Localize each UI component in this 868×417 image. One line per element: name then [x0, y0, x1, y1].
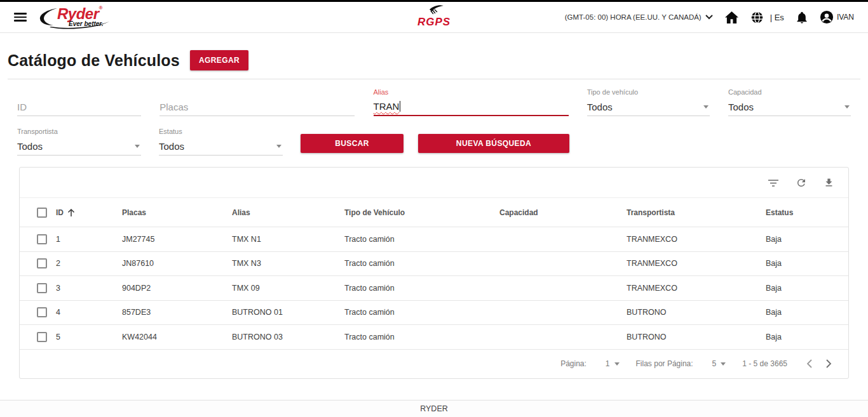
ryder-logo[interactable]: Ryder® Ever better.: [41, 5, 116, 29]
pagination-bar: Página: 1 Filas por Página: 5 1 - 5 de 3…: [20, 349, 848, 378]
table-row[interactable]: 5 KW42044 BUTRONO 03 Tracto camión BUTRO…: [20, 324, 848, 349]
footer-text: RYDER: [420, 404, 448, 413]
notifications-bell-icon[interactable]: [796, 11, 808, 24]
user-menu[interactable]: IVAN: [820, 10, 854, 24]
cell-placas: 904DP2: [122, 284, 232, 293]
cell-alias: TMX 09: [232, 284, 344, 293]
dropdown-arrow-icon: [703, 105, 709, 109]
cell-placas: JN87610: [122, 259, 232, 268]
alias-input[interactable]: TRAN: [374, 98, 569, 116]
previous-page-icon[interactable]: [803, 359, 816, 368]
home-icon[interactable]: [724, 11, 739, 24]
page-select[interactable]: 1: [606, 359, 621, 368]
transportista-select[interactable]: Todos: [17, 137, 141, 156]
column-header-alias[interactable]: Alias: [232, 208, 344, 217]
app-header: Ryder® Ever better. RGPS (GMT-05: 00) HO…: [0, 2, 868, 33]
page-title: Catálogo de Vehículos: [8, 51, 180, 70]
cell-transportista: TRANMEXCO: [627, 259, 766, 268]
cell-alias: BUTRONO 01: [232, 308, 344, 317]
rgps-logo[interactable]: RGPS: [417, 4, 451, 29]
column-header-tipo[interactable]: Tipo de Vehículo: [344, 208, 499, 217]
capacidad-label: Capacidad: [728, 88, 851, 98]
page-label: Página:: [560, 359, 587, 368]
cell-estatus: Baja: [766, 308, 848, 317]
tipo-vehiculo-select[interactable]: Todos: [587, 98, 710, 116]
table-row[interactable]: 3 904DP2 TMX 09 Tracto camión TRANMEXCO …: [20, 275, 848, 300]
cell-transportista: BUTRONO: [627, 308, 766, 317]
row-checkbox[interactable]: [37, 258, 47, 268]
alias-value: TRAN: [374, 101, 400, 112]
cell-id: 5: [56, 333, 122, 341]
refresh-icon[interactable]: [796, 177, 807, 189]
column-header-id[interactable]: ID: [56, 208, 122, 217]
page-footer: RYDER: [0, 400, 868, 417]
table-row[interactable]: 2 JN87610 TMX N3 Tracto camión TRANMEXCO…: [20, 251, 848, 276]
dropdown-arrow-icon: [844, 105, 850, 109]
cell-placas: JM27745: [122, 235, 232, 244]
tipo-vehiculo-label: Tipo de vehículo: [587, 88, 710, 98]
cell-estatus: Baja: [766, 235, 848, 244]
select-all-checkbox[interactable]: [37, 208, 47, 218]
rows-per-page-select[interactable]: 5: [712, 359, 728, 368]
cell-transportista: BUTRONO: [627, 333, 766, 341]
estatus-label: Estatus: [159, 128, 283, 137]
cell-id: 1: [56, 235, 122, 244]
avatar-icon: [820, 10, 834, 24]
table-row[interactable]: 4 857DE3 BUTRONO 01 Tracto camión BUTRON…: [20, 300, 848, 325]
dropdown-arrow-icon: [276, 145, 281, 148]
cell-tipo: Tracto camión: [344, 308, 499, 317]
filter-icon[interactable]: [768, 178, 779, 187]
table-toolbar: [20, 168, 848, 198]
user-name: IVAN: [837, 13, 854, 22]
column-header-estatus[interactable]: Estatus: [766, 208, 848, 217]
cell-estatus: Baja: [766, 284, 848, 293]
timezone-label: (GMT-05: 00) HORA (EE.UU. Y CANADÁ): [565, 13, 702, 21]
cell-id: 2: [56, 259, 122, 268]
row-checkbox[interactable]: [37, 283, 47, 293]
add-vehicle-button[interactable]: AGREGAR: [190, 50, 248, 70]
table-row[interactable]: 1 JM27745 TMX N1 Tracto camión TRANMEXCO…: [20, 227, 848, 251]
transportista-label: Transportista: [17, 128, 141, 137]
cell-id: 4: [56, 308, 122, 317]
cell-transportista: TRANMEXCO: [627, 235, 766, 244]
vehicles-table-card: ID Placas Alias Tipo de Vehículo Capacid…: [19, 167, 849, 379]
text-caret: [400, 101, 400, 112]
column-header-transportista[interactable]: Transportista: [627, 208, 766, 217]
cell-estatus: Baja: [766, 333, 848, 341]
dropdown-arrow-icon: [614, 362, 620, 366]
cell-estatus: Baja: [766, 259, 848, 268]
cell-transportista: TRANMEXCO: [627, 284, 766, 293]
column-header-placas[interactable]: Placas: [122, 208, 232, 217]
row-checkbox[interactable]: [37, 234, 47, 244]
cell-placas: KW42044: [122, 333, 232, 341]
alias-label: Alias: [374, 88, 569, 98]
row-checkbox[interactable]: [37, 332, 47, 342]
cell-tipo: Tracto camión: [344, 259, 499, 268]
estatus-select[interactable]: Todos: [159, 137, 283, 156]
language-label[interactable]: | Es: [770, 13, 784, 22]
menu-icon[interactable]: [14, 11, 27, 23]
table-header-row: ID Placas Alias Tipo de Vehículo Capacid…: [20, 198, 848, 227]
rgps-wordmark: RGPS: [417, 16, 451, 29]
timezone-selector[interactable]: (GMT-05: 00) HORA (EE.UU. Y CANADÁ): [565, 13, 713, 21]
globe-icon[interactable]: [750, 11, 764, 24]
range-indicator: 1 - 5 de 3665: [742, 359, 787, 368]
cell-tipo: Tracto camión: [344, 284, 499, 293]
cell-alias: TMX N1: [232, 235, 344, 244]
cell-placas: 857DE3: [122, 308, 232, 317]
download-icon[interactable]: [824, 177, 834, 188]
ryder-tagline: Ever better.: [69, 20, 103, 27]
capacidad-select[interactable]: Todos: [728, 98, 851, 116]
chevron-down-icon: [705, 15, 713, 20]
next-page-icon[interactable]: [822, 359, 836, 368]
search-button[interactable]: BUSCAR: [301, 134, 403, 153]
new-search-button[interactable]: NUEVA BÚSQUEDA: [418, 134, 569, 153]
id-input[interactable]: [17, 98, 141, 116]
column-header-capacidad[interactable]: Capacidad: [499, 208, 627, 217]
row-checkbox[interactable]: [37, 307, 47, 317]
cell-alias: TMX N3: [232, 259, 344, 268]
cell-alias: BUTRONO 03: [232, 333, 344, 341]
rows-per-page-label: Filas por Página:: [636, 359, 693, 368]
rgps-swoosh-icon: [422, 4, 446, 15]
placas-input[interactable]: [159, 98, 355, 116]
